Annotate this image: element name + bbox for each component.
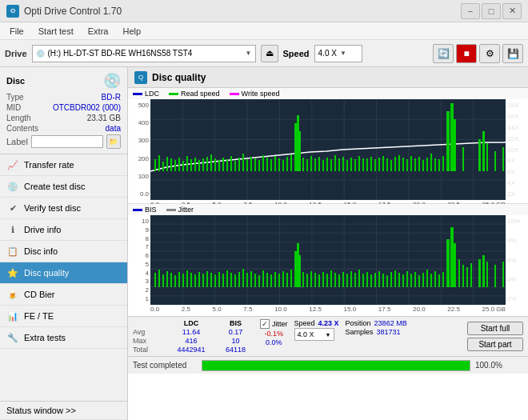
disc-contents-row: Contents data <box>6 124 121 133</box>
svg-rect-189 <box>398 273 400 287</box>
svg-rect-78 <box>482 131 485 171</box>
speed-dropdown[interactable]: 4.0 X ▼ <box>294 328 334 341</box>
svg-rect-134 <box>182 274 184 287</box>
read-speed-label: Read speed <box>181 90 220 98</box>
sidebar-item-disc-info[interactable]: 📋 Disc info <box>0 241 127 262</box>
sidebar-item-drive-info[interactable]: ℹ Drive info <box>0 219 127 241</box>
status-window-button[interactable]: Status window >> <box>0 402 127 420</box>
bot-x-axis: 0.0 2.5 5.0 7.5 10.0 12.5 15.0 17.5 20.0… <box>128 305 528 314</box>
max-label: Max <box>133 337 165 345</box>
ldc-label: LDC <box>145 90 159 98</box>
svg-rect-43 <box>250 157 252 171</box>
speed-value: 4.0 X <box>318 49 337 58</box>
svg-rect-144 <box>222 274 224 287</box>
speed-select[interactable]: 4.0 X ▼ <box>314 45 362 62</box>
svg-rect-174 <box>338 274 340 287</box>
menu-start-test[interactable]: Start test <box>32 25 80 38</box>
drive-select-text: (H:) HL-DT-ST BD-RE WH16NS58 TST4 <box>48 49 242 58</box>
svg-rect-149 <box>242 269 244 287</box>
top-chart-plot <box>150 99 506 200</box>
svg-rect-129 <box>162 274 164 287</box>
svg-rect-168 <box>314 273 316 287</box>
svg-rect-208 <box>478 259 481 287</box>
disc-label-browse[interactable]: 📁 <box>106 134 121 149</box>
svg-rect-22 <box>166 157 168 171</box>
svg-rect-24 <box>174 160 176 171</box>
settings-button[interactable]: ⚙ <box>479 44 500 63</box>
svg-rect-145 <box>226 270 228 287</box>
start-full-button[interactable]: Start full <box>467 322 523 335</box>
menu-help[interactable]: Help <box>116 25 147 38</box>
start-part-button[interactable]: Start part <box>467 338 523 351</box>
svg-rect-161 <box>290 270 292 287</box>
sidebar-item-create-test-disc[interactable]: 💿 Create test disc <box>0 176 127 198</box>
sidebar-item-cd-bier[interactable]: 🍺 CD Bier <box>0 284 127 306</box>
disc-header: Disc 💿 <box>6 72 121 90</box>
svg-rect-205 <box>462 265 464 287</box>
disc-mid-row: MID OTCBDR002 (000) <box>6 103 121 112</box>
jitter-checkbox[interactable] <box>260 319 270 329</box>
svg-rect-150 <box>246 273 248 287</box>
svg-rect-203 <box>454 243 456 287</box>
menu-extra[interactable]: Extra <box>82 25 115 38</box>
pos-info-col: Position 23862 MB Samples 381731 <box>346 319 407 336</box>
svg-rect-190 <box>402 274 404 287</box>
disc-mid-value: OTCBDR002 (000) <box>53 103 121 112</box>
legend-ldc: LDC <box>133 90 159 98</box>
transfer-rate-icon: 📈 <box>6 158 19 171</box>
sidebar-item-extra-tests[interactable]: 🔧 Extra tests <box>0 327 127 349</box>
sidebar-item-verify-test-disc[interactable]: ✔ Verify test disc <box>0 198 127 219</box>
refresh-button[interactable]: 🔄 <box>433 44 454 63</box>
svg-rect-60 <box>314 158 316 171</box>
disc-label-input[interactable] <box>31 135 103 148</box>
eject-button[interactable]: ⏏ <box>261 45 278 62</box>
speed-info-col: Speed 4.23 X 4.0 X ▼ <box>294 319 339 341</box>
svg-rect-71 <box>358 156 360 171</box>
drive-select[interactable]: 💿 (H:) HL-DT-ST BD-RE WH16NS58 TST4 ▼ <box>32 45 256 62</box>
sidebar-item-transfer-rate[interactable]: 📈 Transfer rate <box>0 154 127 176</box>
color-button[interactable]: ■ <box>456 44 477 63</box>
ldc-avg: 11.64 <box>171 328 211 336</box>
app-title: Opti Drive Control 1.70 <box>24 6 122 17</box>
svg-rect-80 <box>494 151 496 171</box>
disc-label-key: Label <box>6 137 28 146</box>
titlebar-controls: − □ ✕ <box>461 3 522 19</box>
position-label: Position <box>346 319 371 327</box>
svg-rect-195 <box>422 273 424 287</box>
svg-rect-31 <box>202 158 204 171</box>
menu-file[interactable]: File <box>3 25 30 38</box>
svg-rect-154 <box>262 270 264 287</box>
top-chart-svg <box>150 99 506 200</box>
maximize-button[interactable]: □ <box>482 3 501 19</box>
disc-quality-title: Disc quality <box>152 72 206 83</box>
nav-label-transfer-rate: Transfer rate <box>24 160 74 170</box>
jitter-check-row: Jitter <box>260 319 288 329</box>
svg-rect-101 <box>422 160 424 171</box>
sidebar-item-disc-quality[interactable]: ⭐ Disc quality <box>0 262 127 284</box>
svg-rect-91 <box>382 156 384 171</box>
legend-bis: BIS <box>133 206 157 214</box>
sidebar-item-fe-te[interactable]: 📊 FE / TE <box>0 306 127 327</box>
close-button[interactable]: ✕ <box>502 3 522 19</box>
svg-rect-75 <box>454 119 456 171</box>
svg-rect-140 <box>206 271 208 287</box>
svg-rect-46 <box>262 155 264 171</box>
ldc-color <box>133 93 142 95</box>
menubar: File Start test Extra Help <box>0 22 528 40</box>
minimize-button[interactable]: − <box>461 3 480 19</box>
svg-rect-178 <box>354 273 356 287</box>
save-button[interactable]: 💾 <box>502 44 523 63</box>
svg-rect-59 <box>310 156 312 171</box>
stats-control-bar: . Avg Max Total LDC 11.64 416 4442941 BI… <box>128 316 528 356</box>
disc-title: Disc <box>6 76 25 86</box>
svg-rect-90 <box>378 158 380 171</box>
top-chart-legend: LDC Read speed Write speed <box>128 88 528 99</box>
svg-rect-51 <box>282 160 284 171</box>
svg-rect-92 <box>386 158 388 171</box>
svg-rect-72 <box>362 158 364 171</box>
svg-rect-172 <box>330 270 332 287</box>
disc-quality-header-icon: Q <box>134 71 147 84</box>
verify-test-disc-icon: ✔ <box>6 202 19 214</box>
bis-color <box>133 209 142 211</box>
svg-rect-152 <box>254 274 256 287</box>
